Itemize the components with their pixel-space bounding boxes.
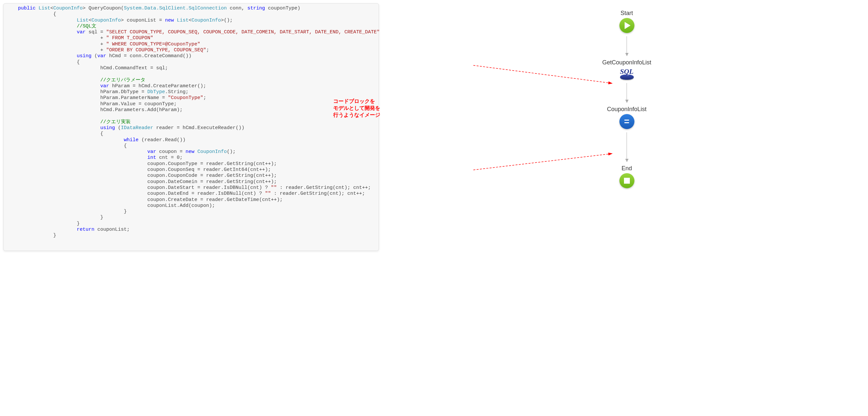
sql-icon: SQL [620,67,634,80]
node-label-getcouponinfolist: GetCouponInfoList [578,59,676,66]
node-label-couponinfolist: CouponInfoList [578,106,676,113]
stop-icon [624,178,630,184]
annotation-line: モデルとして開発を [333,105,380,111]
svg-line-0 [473,65,612,83]
play-icon [625,22,630,29]
assign-icon: = [619,114,634,129]
node-label-start: Start [578,10,676,17]
annotation-line: 行うようなイメージ [333,112,380,118]
flowchart: Start GetCouponInfoList SQL CouponInfoLi… [578,3,676,251]
source-code: public List<CouponInfo> QueryCoupon(Syst… [6,5,372,239]
node-label-end: End [578,165,676,172]
sql-icon-text: SQL [620,67,634,76]
end-icon [619,173,634,188]
start-icon [619,18,634,33]
equals-icon: = [624,117,629,126]
annotation-line: コードブロックを [333,98,375,104]
annotation-text: コードブロックを モデルとして開発を 行うようなイメージ [333,98,389,118]
code-panel: public List<CouponInfo> QueryCoupon(Syst… [3,3,379,251]
right-panel: コードブロックを モデルとして開発を 行うようなイメージ Start GetCo… [389,3,865,251]
